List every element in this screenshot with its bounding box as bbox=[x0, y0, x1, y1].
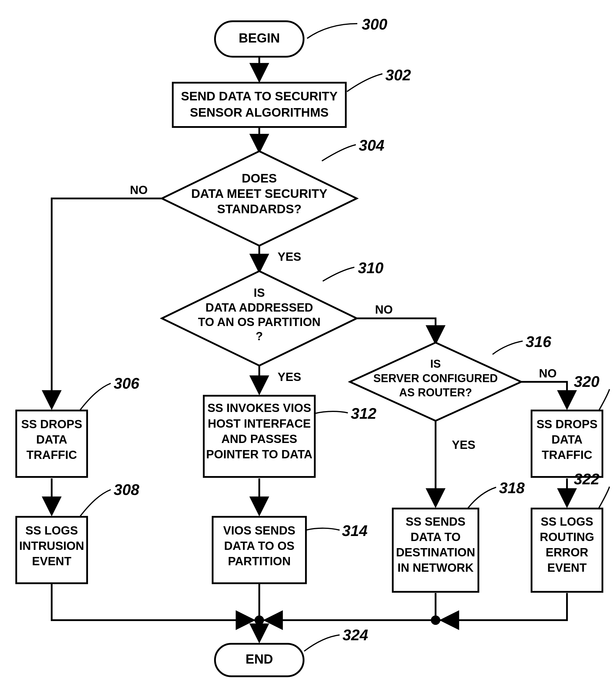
svg-text:SENSOR ALGORITHMS: SENSOR ALGORITHMS bbox=[190, 105, 329, 119]
tag-314: 314 bbox=[342, 522, 368, 539]
tag-308: 308 bbox=[114, 481, 139, 498]
svg-text:SS SENDS: SS SENDS bbox=[406, 515, 465, 528]
svg-text:PARTITION: PARTITION bbox=[228, 555, 291, 568]
edge-310-no: NO bbox=[375, 303, 393, 316]
node-308: SS LOGS INTRUSION EVENT bbox=[16, 517, 87, 583]
node-end: END bbox=[215, 644, 304, 676]
svg-text:SS LOGS: SS LOGS bbox=[541, 515, 593, 528]
node-318: SS SENDS DATA TO DESTINATION IN NETWORK bbox=[393, 508, 479, 592]
svg-text:EVENT: EVENT bbox=[32, 555, 71, 568]
svg-text:TRAFFIC: TRAFFIC bbox=[542, 448, 592, 461]
svg-point-14 bbox=[432, 616, 439, 624]
node-begin: BEGIN bbox=[215, 21, 304, 57]
node-312: SS INVOKES VIOS HOST INTERFACE AND PASSE… bbox=[204, 396, 315, 477]
svg-text:AND PASSES: AND PASSES bbox=[221, 432, 297, 445]
edge-316-no: NO bbox=[539, 367, 557, 380]
svg-text:?: ? bbox=[256, 330, 263, 343]
svg-text:DATA TO OS: DATA TO OS bbox=[224, 539, 295, 552]
tag-300: 300 bbox=[362, 16, 387, 33]
svg-text:DATA ADDRESSED: DATA ADDRESSED bbox=[206, 301, 313, 314]
svg-text:IS: IS bbox=[430, 358, 441, 370]
edge-316-yes: YES bbox=[452, 438, 476, 451]
svg-text:POINTER TO DATA: POINTER TO DATA bbox=[206, 448, 312, 461]
edge-310-yes: YES bbox=[278, 370, 301, 383]
svg-text:DATA: DATA bbox=[551, 433, 582, 446]
node-310: IS DATA ADDRESSED TO AN OS PARTITION ? bbox=[162, 271, 357, 365]
svg-text:HOST INTERFACE: HOST INTERFACE bbox=[208, 417, 311, 430]
node-322: SS LOGS ROUTING ERROR EVENT bbox=[532, 508, 602, 592]
svg-text:DATA: DATA bbox=[36, 433, 67, 446]
svg-text:SEND DATA TO SECURITY: SEND DATA TO SECURITY bbox=[181, 89, 337, 103]
node-306: SS DROPS DATA TRAFFIC bbox=[16, 410, 87, 477]
svg-text:DATA MEET SECURITY: DATA MEET SECURITY bbox=[191, 187, 327, 201]
tag-316: 316 bbox=[525, 333, 551, 350]
tag-318: 318 bbox=[499, 479, 525, 497]
svg-text:SS INVOKES VIOS: SS INVOKES VIOS bbox=[207, 401, 311, 414]
svg-text:AS ROUTER?: AS ROUTER? bbox=[399, 386, 472, 399]
svg-text:DATA TO: DATA TO bbox=[410, 530, 461, 544]
node-314: VIOS SENDS DATA TO OS PARTITION bbox=[213, 517, 306, 583]
tag-304: 304 bbox=[359, 137, 384, 154]
svg-text:SS LOGS: SS LOGS bbox=[25, 524, 78, 537]
tag-302: 302 bbox=[385, 67, 411, 83]
svg-text:SS DROPS: SS DROPS bbox=[21, 418, 82, 431]
svg-text:ERROR: ERROR bbox=[546, 546, 589, 559]
tag-306: 306 bbox=[114, 375, 140, 392]
svg-text:DESTINATION: DESTINATION bbox=[396, 546, 475, 559]
svg-text:INTRUSION: INTRUSION bbox=[19, 539, 84, 552]
svg-text:ROUTING: ROUTING bbox=[540, 530, 594, 544]
svg-text:IS: IS bbox=[254, 286, 265, 299]
svg-text:EVENT: EVENT bbox=[547, 561, 587, 574]
begin-label: BEGIN bbox=[239, 31, 280, 45]
flowchart-diagram: BEGIN SEND DATA TO SECURITY SENSOR ALGOR… bbox=[0, 0, 616, 681]
svg-text:SERVER CONFIGURED: SERVER CONFIGURED bbox=[373, 372, 498, 384]
tag-310: 310 bbox=[358, 259, 384, 276]
tag-324: 324 bbox=[342, 626, 368, 644]
svg-text:IN NETWORK: IN NETWORK bbox=[397, 561, 474, 574]
svg-text:TRAFFIC: TRAFFIC bbox=[26, 448, 77, 461]
svg-point-13 bbox=[255, 616, 263, 624]
node-320: SS DROPS DATA TRAFFIC bbox=[532, 410, 602, 477]
node-304: DOES DATA MEET SECURITY STANDARDS? bbox=[162, 151, 357, 246]
connectors bbox=[52, 57, 567, 641]
edge-304-no: NO bbox=[130, 183, 148, 196]
tag-322: 322 bbox=[574, 471, 599, 487]
edge-304-yes: YES bbox=[278, 250, 301, 263]
svg-text:TO AN OS PARTITION: TO AN OS PARTITION bbox=[198, 316, 321, 328]
svg-text:DOES: DOES bbox=[241, 171, 277, 185]
tag-312: 312 bbox=[351, 405, 377, 422]
svg-text:SS DROPS: SS DROPS bbox=[537, 418, 598, 431]
node-302: SEND DATA TO SECURITY SENSOR ALGORITHMS bbox=[173, 83, 346, 127]
svg-text:STANDARDS?: STANDARDS? bbox=[217, 202, 302, 216]
tag-320: 320 bbox=[574, 373, 599, 390]
svg-text:END: END bbox=[246, 652, 273, 666]
svg-text:VIOS SENDS: VIOS SENDS bbox=[223, 524, 296, 537]
